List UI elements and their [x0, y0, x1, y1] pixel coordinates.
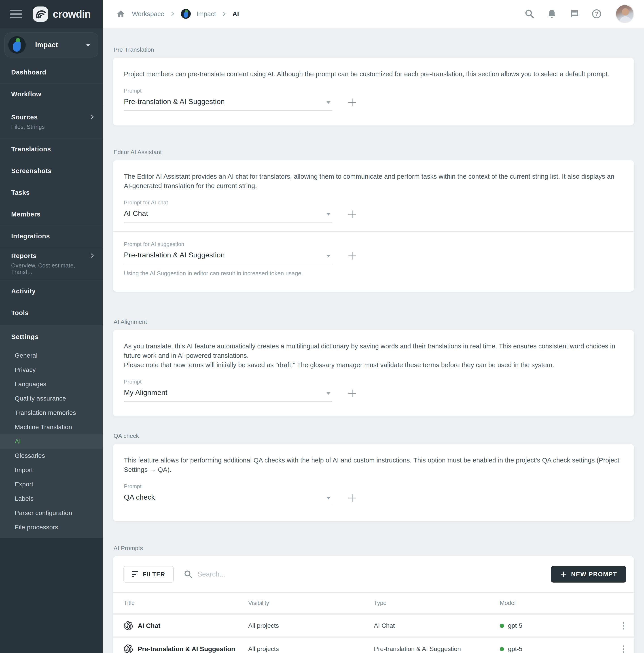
token-usage-note: Using the AI Suggestion in editor can re…: [124, 270, 623, 277]
sidebar-item-machine-translation[interactable]: Machine Translation: [0, 420, 103, 434]
prompt-title: AI Chat: [138, 622, 160, 630]
breadcrumb-project-avatar: [181, 9, 191, 19]
sidebar-item-parser-configuration[interactable]: Parser configuration: [0, 506, 103, 520]
ai-chat-prompt-select[interactable]: AI Chat: [124, 206, 332, 222]
section-label: AI Prompts: [114, 545, 634, 552]
section-label: QA check: [114, 433, 634, 439]
sidebar-item-labels[interactable]: Labels: [0, 491, 103, 506]
sidebar-item-sources-subtitle: Files, Strings: [11, 124, 95, 130]
model-status-dot: [500, 647, 504, 651]
section-editor-ai-assistant: Editor AI Assistant The Editor AI Assist…: [113, 149, 634, 292]
sidebar-item-translation-memories[interactable]: Translation memories: [0, 406, 103, 420]
sidebar-item-tasks[interactable]: Tasks: [0, 182, 103, 203]
prompts-search: [183, 570, 551, 579]
add-prompt-icon[interactable]: [347, 251, 357, 261]
sidebar-nav: Dashboard Workflow Sources Files, String…: [0, 62, 103, 324]
table-row[interactable]: Pre-translation & AI Suggestion All proj…: [113, 638, 634, 653]
prompt-visibility: All projects: [248, 622, 374, 629]
add-prompt-icon[interactable]: [347, 97, 357, 107]
model-status-dot: [500, 624, 504, 628]
qa-check-prompt-select[interactable]: QA check: [124, 489, 332, 506]
column-type: Type: [374, 600, 500, 606]
prompt-field-label: Prompt: [124, 379, 623, 385]
sidebar-item-dashboard[interactable]: Dashboard: [0, 62, 103, 83]
prompt-type: AI Chat: [374, 622, 500, 629]
ai-suggestion-prompt-select[interactable]: Pre-translation & AI Suggestion: [124, 247, 332, 264]
breadcrumb-project[interactable]: Impact: [197, 10, 216, 18]
chevron-right-icon: [222, 11, 227, 16]
openai-icon: [124, 645, 133, 653]
sidebar-header: crowdin: [0, 0, 103, 28]
sidebar-item-translations[interactable]: Translations: [0, 139, 103, 160]
search-input[interactable]: [197, 570, 418, 578]
project-selector[interactable]: Impact: [4, 32, 98, 57]
caret-down-icon: [326, 497, 330, 499]
menu-icon[interactable]: [10, 10, 22, 18]
add-prompt-icon[interactable]: [347, 388, 357, 398]
crowdin-logo[interactable]: crowdin: [32, 5, 91, 23]
prompt-chat-field-label: Prompt for AI chat: [124, 199, 623, 206]
sidebar-settings-group: Settings General Privacy Languages Quali…: [0, 325, 103, 538]
prompt-field-label: Prompt: [124, 88, 623, 94]
prompt-model: gpt-5: [508, 646, 522, 653]
new-prompt-button[interactable]: NEW PROMPT: [551, 566, 626, 583]
openai-icon: [124, 621, 133, 630]
section-pre-translation: Pre-Translation Project members can pre-…: [113, 46, 634, 125]
sidebar-item-members[interactable]: Members: [0, 203, 103, 225]
qa-check-description: This feature allows for performing addit…: [124, 456, 623, 474]
breadcrumb: Workspace Impact AI: [115, 8, 239, 19]
filter-icon: [132, 571, 138, 577]
sidebar-item-integrations[interactable]: Integrations: [0, 225, 103, 247]
chevron-right-icon: [170, 11, 175, 16]
column-model: Model: [500, 600, 613, 606]
add-prompt-icon[interactable]: [347, 493, 357, 503]
crowdin-mark-icon: [32, 5, 49, 23]
row-separator: [113, 613, 634, 615]
row-menu-icon[interactable]: [621, 620, 626, 632]
prompt-visibility: All projects: [248, 646, 374, 653]
sidebar-item-screenshots[interactable]: Screenshots: [0, 160, 103, 182]
search-icon[interactable]: [524, 8, 535, 19]
sidebar-item-ai[interactable]: AI: [0, 434, 103, 449]
sidebar-item-import[interactable]: Import: [0, 463, 103, 477]
sidebar-item-glossaries[interactable]: Glossaries: [0, 449, 103, 463]
sidebar-item-general[interactable]: General: [0, 348, 103, 363]
sidebar-item-reports[interactable]: Reports Overview, Cost estimate, Transl…: [0, 247, 103, 280]
table-row[interactable]: AI Chat All projects AI Chat gpt-5: [113, 615, 634, 636]
section-ai-alignment: AI Alignment As you translate, this AI f…: [113, 318, 634, 416]
alignment-prompt-select[interactable]: My Alignment: [124, 385, 332, 402]
sidebar-item-quality-assurance[interactable]: Quality assurance: [0, 391, 103, 406]
sidebar-item-sources[interactable]: Sources Files, Strings: [0, 105, 103, 138]
caret-down-icon: [326, 255, 330, 257]
sidebar-item-privacy[interactable]: Privacy: [0, 363, 103, 377]
caret-down-icon: [326, 213, 330, 216]
sidebar-item-activity[interactable]: Activity: [0, 281, 103, 302]
section-label: AI Alignment: [114, 318, 634, 325]
topbar: Workspace Impact AI ?: [103, 0, 644, 28]
prompts-toolbar: FILTER NEW PROMPT: [113, 556, 634, 592]
home-icon[interactable]: [115, 8, 126, 19]
prompt-model: gpt-5: [508, 622, 522, 629]
table-header: Title Visibility Type Model: [113, 592, 634, 613]
crowdin-wordmark: crowdin: [53, 8, 91, 20]
sidebar-item-tools[interactable]: Tools: [0, 302, 103, 324]
column-title: Title: [124, 600, 248, 606]
add-prompt-icon[interactable]: [347, 209, 357, 219]
pre-translation-prompt-select[interactable]: Pre-translation & AI Suggestion: [124, 94, 332, 111]
sidebar-item-workflow[interactable]: Workflow: [0, 83, 103, 105]
user-avatar[interactable]: [615, 4, 634, 23]
messages-icon[interactable]: [569, 8, 579, 19]
breadcrumb-page: AI: [232, 10, 239, 18]
breadcrumb-workspace[interactable]: Workspace: [132, 10, 164, 18]
search-icon: [183, 570, 193, 579]
sidebar-item-settings[interactable]: Settings: [0, 325, 103, 348]
filter-button[interactable]: FILTER: [123, 566, 174, 583]
row-separator: [113, 636, 634, 638]
sidebar-item-file-processors[interactable]: File processors: [0, 520, 103, 534]
help-icon[interactable]: ?: [591, 8, 602, 19]
row-menu-icon[interactable]: [621, 643, 626, 653]
sidebar-item-languages[interactable]: Languages: [0, 377, 103, 391]
sidebar-item-export[interactable]: Export: [0, 477, 103, 491]
notifications-bell-icon[interactable]: [546, 8, 557, 19]
project-avatar: [8, 36, 26, 54]
